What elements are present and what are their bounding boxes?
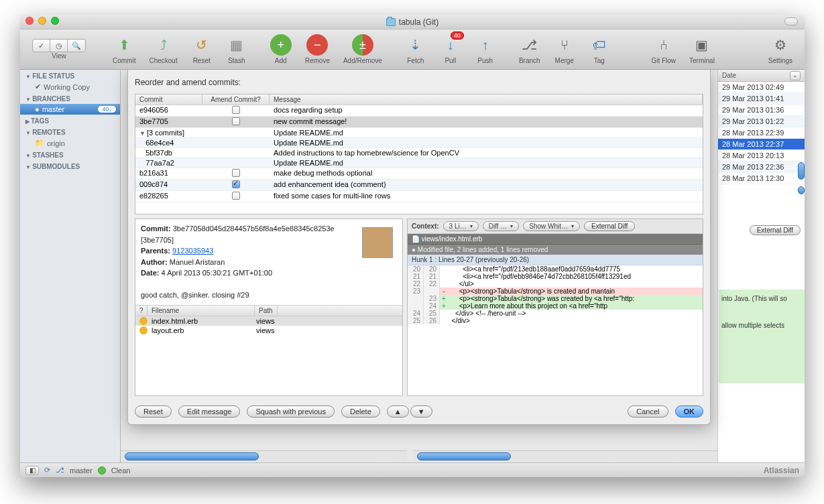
amend-checkbox[interactable] [232,169,240,177]
commit-row[interactable]: 3be7705new commit message! [135,117,703,128]
sidebar-item-label: master [42,105,65,113]
tag-button[interactable]: 🏷Tag [589,34,610,64]
date-row[interactable]: 29 Mar 2013 01:36 [718,105,805,116]
view-clock-icon[interactable]: ◷ [50,40,68,52]
file-table[interactable]: ? Filename Path index.html.erbviewslayou… [135,305,402,396]
commit-row[interactable]: ▼[3 commits]Update README.md [135,128,703,138]
item-icon: ✔︎ [35,82,41,91]
vscroll-thumb[interactable] [798,162,805,180]
addremove-button[interactable]: ±Add/Remove [343,34,382,64]
commit-details: Commit: 3be77058d045d284457b56f8a4e5e883… [135,218,403,396]
sidebar-item-label: Working Copy [44,83,90,91]
amend-checkbox[interactable] [232,117,240,125]
sidebar-section[interactable]: REMOTES [20,126,120,137]
view-search-icon[interactable]: 🔍 [68,40,85,52]
pull-badge: 40 [451,32,464,40]
diff-line: 2020 <li><a href="/pdf/213edb188aaef0add… [408,265,703,273]
stash-button[interactable]: ▦Stash [226,34,247,64]
file-status-icon [139,317,148,325]
date-row[interactable]: 29 Mar 2013 01:41 [718,93,805,105]
diff-mode-popup[interactable]: Diff … [483,221,520,231]
date-column-header[interactable]: Date [718,70,805,82]
context-label: Context: [412,223,439,230]
merge-button[interactable]: ⑂Merge [554,34,575,64]
hscroll-thumb[interactable] [417,452,511,460]
view-segmented[interactable]: ✓ ◷ 🔍 [32,39,86,52]
amend-checkbox[interactable] [232,192,240,200]
sidebar-section[interactable]: TAGS [20,115,120,126]
settings-button[interactable]: ⚙Settings [768,34,792,64]
brand-label: Atlassian [764,466,799,475]
diff-line: 2222 </ul> [408,280,703,288]
zoom-icon[interactable] [51,17,59,25]
parent-link[interactable]: 9123035943 [172,247,213,255]
commit-date: 4 April 2013 05:30:21 GMT+01:00 [162,269,272,277]
date-row[interactable]: 28 Mar 2013 22:37 [718,139,805,150]
delete-button[interactable]: Delete [341,405,380,418]
layout-toggle-icon[interactable]: ◧ [25,466,39,475]
gitflow-button[interactable]: ⑃Git Flow [651,34,676,64]
view-label: View [52,52,66,60]
pull-button[interactable]: ↓40Pull [440,34,461,64]
diff-view: Context: 3 Li… Diff … Show Whit… Externa… [407,218,703,396]
amend-checkbox[interactable] [232,180,240,188]
date-row[interactable]: 28 Mar 2013 20:13 [718,150,805,162]
commit-row[interactable]: 009c874add enhancement idea (comment) [135,180,703,191]
view-commit-icon[interactable]: ✓ [33,40,50,52]
commit-row[interactable]: b216a31make debug methods optional [135,168,703,180]
vscroll-thumb[interactable] [798,186,805,194]
remove-button[interactable]: −Remove [305,34,330,64]
sidebar-section[interactable]: SUBMODULES [20,160,120,172]
terminal-button[interactable]: ▣Terminal [689,34,715,64]
commit-button[interactable]: ⬆︎Commit [113,34,135,64]
window-title: tabula (Git) [399,17,438,27]
diff-line: 2526 </div> [408,317,703,324]
edit-message-button[interactable]: Edit message [178,405,241,418]
commit-row[interactable]: 68e4ce4Update README.md [135,138,703,148]
squash-button[interactable]: Squash with previous [247,405,335,418]
sync-icon[interactable]: ⟳ [44,466,50,475]
whitespace-popup[interactable]: Show Whit… [523,221,580,231]
external-diff-button[interactable]: External Diff [584,221,635,231]
date-row[interactable]: 29 Mar 2013 01:22 [718,116,805,127]
sidebar-item[interactable]: 📁origin [20,137,120,149]
reset-button[interactable]: ↺Reset [191,34,213,64]
minimize-icon[interactable] [38,17,46,25]
sidebar-item[interactable]: ✔︎Working Copy [20,81,120,92]
fetch-button[interactable]: ⇣Fetch [405,34,426,64]
date-row[interactable]: 29 Mar 2013 02:49 [718,82,805,93]
move-down-button[interactable]: ▼ [410,405,432,418]
checkout-button[interactable]: ⤴︎Checkout [149,34,177,64]
titlebar-pill-icon[interactable] [784,17,798,25]
status-state: Clean [111,466,131,475]
commit-table-header: Commit Amend Commit? Message [135,94,703,105]
date-row[interactable]: 28 Mar 2013 12:30 [718,173,805,184]
file-row[interactable]: index.html.erbviews [135,316,402,326]
branch-button[interactable]: ⎇Branch [519,34,540,64]
sidebar-item[interactable]: ●master40↓ [20,104,120,115]
file-row[interactable]: layout.erbviews [135,326,402,335]
commit-row[interactable]: e946056docs regarding setup [135,105,703,117]
context-lines-popup[interactable]: 3 Li… [443,221,479,231]
date-row[interactable]: 28 Mar 2013 22:36 [718,162,805,173]
close-icon[interactable] [25,17,34,25]
date-row[interactable]: 28 Mar 2013 22:39 [718,127,805,139]
sidebar-section[interactable]: BRANCHES [20,92,120,104]
commit-row[interactable]: 77aa7a2Update README.md [135,158,703,168]
commit-table[interactable]: Commit Amend Commit? Message e946056docs… [135,94,703,214]
sidebar-section[interactable]: FILE STATUS [20,70,120,81]
amend-checkbox[interactable] [232,106,240,114]
commit-subject: good catch, @sinker. closing #29 [141,291,249,299]
commit-row[interactable]: 5bf37dbAdded instructions to tap homebre… [135,148,703,158]
cancel-button[interactable]: Cancel [628,405,668,418]
commit-row[interactable]: e828265fixed some cases for multi-line r… [135,191,703,202]
external-diff-button[interactable]: External Diff [750,225,801,235]
move-up-button[interactable]: ▲ [387,405,409,418]
add-button[interactable]: +Add [270,34,292,64]
diff-hunk[interactable]: Hunk 1 : Lines 20-27 (previously 20-26) … [408,255,703,395]
reset-button[interactable]: Reset [135,405,172,418]
hscroll-thumb[interactable] [125,452,259,460]
sidebar-section[interactable]: STASHES [20,149,120,160]
ok-button[interactable]: OK [675,405,704,418]
push-button[interactable]: ↑Push [475,34,496,64]
